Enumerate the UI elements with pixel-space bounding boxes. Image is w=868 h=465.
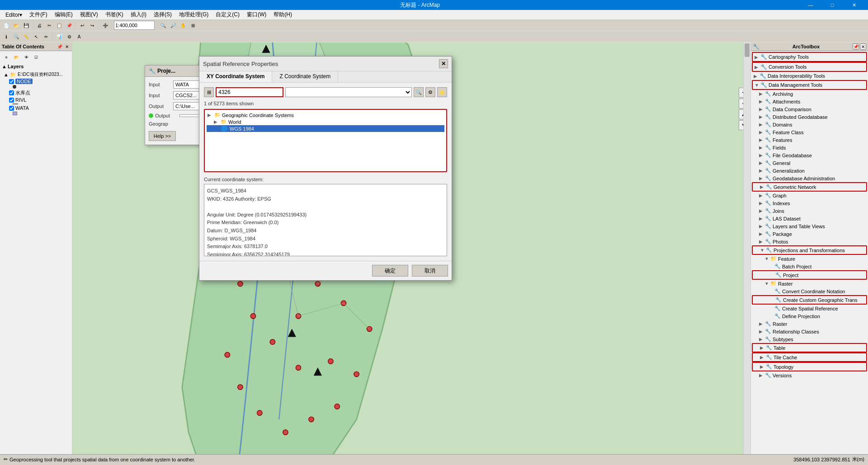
toolbox-feature-sub[interactable]: ▼ 📁 Feature	[752, 255, 867, 263]
cancel-btn[interactable]: 取消	[412, 265, 448, 277]
toolbox-attachments[interactable]: ▶ 🔧 Attachments	[752, 98, 867, 105]
toolbox-table[interactable]: ▶ 🔧 Table	[752, 343, 867, 352]
toolbox-topology[interactable]: ▶ 🔧 Topology	[752, 362, 867, 371]
print-btn[interactable]: 🖨	[35, 21, 44, 30]
measure-btn[interactable]: 📏	[22, 32, 31, 41]
paste-btn[interactable]: 📌	[65, 21, 74, 30]
toolbox-generalization[interactable]: ▶ 🔧 Generalization	[752, 167, 867, 174]
close-button[interactable]: ✕	[844, 0, 864, 10]
add-data-btn[interactable]: ➕	[101, 21, 110, 30]
save-btn[interactable]: 💾	[22, 21, 31, 30]
toolbox-subtypes[interactable]: ▶ 🔧 Subtypes	[752, 335, 867, 343]
toolbox-cartography[interactable]: ▶ 🔧 Cartography Tools	[752, 52, 867, 62]
new-btn[interactable]: 📄	[2, 21, 11, 30]
toolbox-conversion[interactable]: ▶ 🔧 Conversion Tools	[752, 62, 867, 72]
toolbox-fields[interactable]: ▶ 🔧 Fields	[752, 144, 867, 151]
toolbox-geometric-network[interactable]: ▶ 🔧 Geometric Network	[752, 182, 867, 192]
menu-view[interactable]: 视图(V)	[76, 10, 102, 20]
layer-folder[interactable]: ▲ 📁 E:\DC项目资料\2023...	[2, 71, 70, 78]
tree-root[interactable]: ▶ 📁 Geographic Coordinate Systems	[207, 112, 444, 118]
ok-btn[interactable]: 确定	[372, 265, 408, 277]
zoom-out-btn[interactable]: 🔎	[169, 21, 178, 30]
menu-help[interactable]: 帮助(H)	[270, 10, 296, 20]
layer-rivl[interactable]: RIVL	[2, 97, 70, 103]
search-dropdown[interactable]	[285, 87, 412, 97]
rivl-checkbox[interactable]	[9, 98, 14, 103]
toolbox-close-btn[interactable]: ✕	[860, 43, 866, 50]
toolbox-versions[interactable]: ▶ 🔧 Versions	[752, 371, 867, 379]
undo-btn[interactable]: ↩	[78, 21, 87, 30]
expand-layers-icon[interactable]: ▲	[2, 64, 7, 69]
menu-selection[interactable]: 选择(S)	[150, 10, 175, 20]
toolbox-raster-main[interactable]: ▶ 🔧 Raster	[752, 320, 867, 328]
cut-btn[interactable]: ✂	[45, 21, 54, 30]
wata-checkbox[interactable]	[9, 106, 14, 111]
menu-geoprocessing[interactable]: 地理处理(G)	[175, 10, 212, 20]
toolbox-photos[interactable]: ▶ 🔧 Photos	[752, 238, 867, 245]
toolbox-pin-btn[interactable]: 📌	[853, 43, 859, 50]
map-area[interactable]: + − ▲ ▼ 🔧 Proje... ✕ Input WATA	[72, 42, 750, 454]
tree-wgs1984[interactable]: 🌐 WGS 1984	[207, 125, 444, 132]
toolbox-raster-sub[interactable]: ▼ 📁 Raster	[752, 280, 867, 287]
menu-edit[interactable]: 编辑(E)	[51, 10, 76, 20]
toolbox-las-dataset[interactable]: ▶ 🔧 LAS Dataset	[752, 215, 867, 222]
toolbox-batch-project[interactable]: 🔧 Batch Project	[752, 263, 867, 270]
toolbox-domains[interactable]: ▶ 🔧 Domains	[752, 121, 867, 128]
toc-source-btn[interactable]: 📂	[12, 53, 21, 62]
toolbox-projections[interactable]: ▼ 🔧 Projections and Transformations	[752, 245, 867, 255]
toolbox-archiving[interactable]: ▶ 🔧 Archiving	[752, 90, 867, 98]
toolbox-gdb-admin[interactable]: ▶ 🔧 Geodatabase Administration	[752, 174, 867, 182]
toolbox-features[interactable]: ▶ 🔧 Features	[752, 136, 867, 144]
label-btn[interactable]: A	[75, 32, 84, 41]
layer-node[interactable]: NODE	[2, 78, 70, 85]
toolbox-layers-table-views[interactable]: ▶ 🔧 Layers and Table Views	[752, 222, 867, 230]
menu-windows[interactable]: 窗口(W)	[243, 10, 270, 20]
edit-btn[interactable]: ✏	[42, 32, 51, 41]
search-go-btn[interactable]: 🔍	[414, 87, 424, 97]
toolbox-data-interop[interactable]: ▶ 🔧 Data Interoperability Tools	[752, 72, 867, 80]
tab-xy-coordinate[interactable]: XY Coordinate System	[199, 71, 272, 82]
toolbox-indexes[interactable]: ▶ 🔧 Indexes	[752, 199, 867, 207]
scale-input[interactable]: 1:400,000	[114, 21, 155, 30]
pan-btn[interactable]: ✋	[179, 21, 188, 30]
toolbox-general[interactable]: ▶ 🔧 General	[752, 159, 867, 167]
toolbox-define-projection[interactable]: 🔧 Define Projection	[752, 312, 867, 320]
layer-wata[interactable]: WATA	[2, 105, 70, 111]
find-btn[interactable]: 🔍	[12, 32, 21, 41]
minimize-button[interactable]: —	[800, 0, 821, 10]
toolbox-feature-class[interactable]: ▶ 🔧 Feature Class	[752, 128, 867, 136]
zoom-in-btn[interactable]: 🔍	[159, 21, 168, 30]
search-type-btn[interactable]: ⊞	[204, 87, 214, 97]
node-checkbox[interactable]	[9, 79, 14, 84]
spatial-close-btn[interactable]: ✕	[439, 59, 448, 68]
full-extent-btn[interactable]: ⊞	[189, 21, 198, 30]
toolbox-project[interactable]: 🔧 Project	[752, 270, 867, 280]
maximize-button[interactable]: □	[822, 0, 843, 10]
redo-btn[interactable]: ↪	[88, 21, 97, 30]
toolbox-joins[interactable]: ▶ 🔧 Joins	[752, 207, 867, 215]
toolbox-graph[interactable]: ▶ 🔧 Graph	[752, 192, 867, 199]
attr-table-btn[interactable]: 📊	[55, 32, 64, 41]
reservoir-checkbox[interactable]	[9, 90, 14, 95]
layer-reservoir[interactable]: 水库点	[2, 89, 70, 97]
toolbox-relationship-classes[interactable]: ▶ 🔧 Relationship Classes	[752, 328, 867, 335]
search-input[interactable]	[216, 87, 283, 97]
identify-btn[interactable]: ℹ	[2, 32, 11, 41]
toc-close-btn[interactable]: ✕	[64, 43, 70, 50]
menu-editor[interactable]: Editor▾	[2, 10, 26, 20]
toc-display-btn[interactable]: 👁	[22, 53, 31, 62]
tree-world[interactable]: ▶ 📁 World	[207, 118, 444, 125]
layer-props-btn[interactable]: ⚙	[65, 32, 74, 41]
menu-insert[interactable]: 插入(I)	[127, 10, 150, 20]
toc-select-btn[interactable]: ☑	[32, 53, 41, 62]
toc-pin-btn[interactable]: 📌	[57, 43, 63, 50]
scrollbar-thumb-v[interactable]	[745, 43, 750, 57]
toolbox-tile-cache[interactable]: ▶ 🔧 Tile Cache	[752, 352, 867, 362]
geo-help-btn[interactable]: Help >>	[149, 131, 176, 141]
menu-file[interactable]: 文件(F)	[26, 10, 51, 20]
toolbox-file-gdb[interactable]: ▶ 🔧 File Geodatabase	[752, 151, 867, 159]
search-clear-btn[interactable]: ⭐	[437, 87, 447, 97]
toolbox-data-comparison[interactable]: ▶ 🔧 Data Comparison	[752, 105, 867, 113]
toolbox-package[interactable]: ▶ 🔧 Package	[752, 230, 867, 238]
open-btn[interactable]: 📂	[12, 21, 21, 30]
